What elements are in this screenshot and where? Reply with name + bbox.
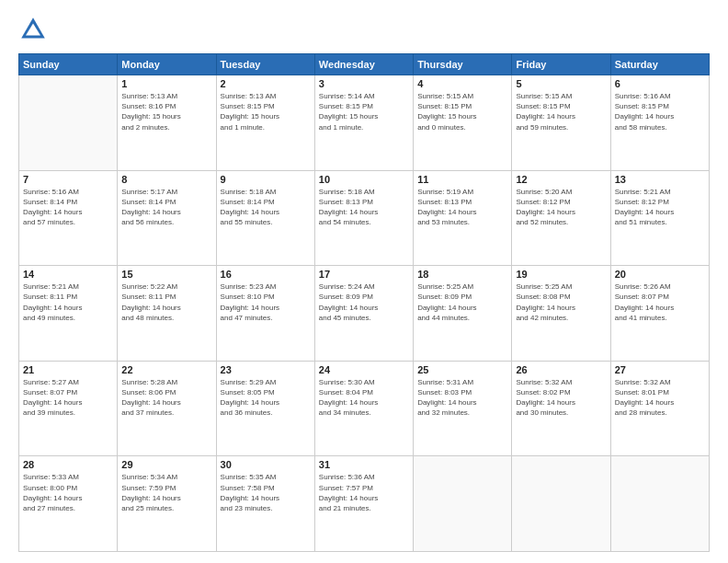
calendar-week-row: 7Sunrise: 5:16 AMSunset: 8:14 PMDaylight… [19, 170, 710, 266]
day-number: 6 [615, 78, 705, 89]
calendar-day-cell [414, 456, 512, 552]
day-number: 19 [516, 269, 606, 280]
day-number: 31 [319, 459, 409, 470]
calendar-day-cell: 1Sunrise: 5:13 AMSunset: 8:16 PMDaylight… [118, 75, 216, 171]
day-info: Sunrise: 5:30 AMSunset: 8:04 PMDaylight:… [319, 377, 409, 419]
day-number: 30 [221, 459, 311, 470]
day-number: 18 [417, 269, 507, 280]
day-info: Sunrise: 5:26 AMSunset: 8:07 PMDaylight:… [615, 282, 705, 323]
calendar-day-cell: 4Sunrise: 5:15 AMSunset: 8:15 PMDaylight… [414, 75, 512, 171]
day-number: 29 [121, 459, 211, 470]
calendar-day-cell: 13Sunrise: 5:21 AMSunset: 8:12 PMDayligh… [610, 170, 709, 266]
day-number: 3 [319, 78, 409, 89]
calendar-table: SundayMondayTuesdayWednesdayThursdayFrid… [18, 53, 710, 552]
calendar-day-cell [19, 75, 118, 171]
day-number: 4 [417, 78, 507, 89]
logo [18, 15, 51, 44]
calendar-day-header: Thursday [414, 54, 512, 75]
day-number: 9 [221, 174, 311, 185]
day-number: 23 [221, 364, 311, 375]
day-number: 1 [121, 78, 211, 89]
calendar-day-cell: 3Sunrise: 5:14 AMSunset: 8:15 PMDaylight… [314, 75, 413, 171]
calendar-day-cell [512, 456, 610, 552]
day-info: Sunrise: 5:17 AMSunset: 8:14 PMDaylight:… [121, 187, 211, 228]
day-number: 2 [221, 78, 311, 89]
calendar-day-cell: 19Sunrise: 5:25 AMSunset: 8:08 PMDayligh… [512, 266, 610, 362]
day-number: 14 [23, 269, 113, 280]
day-info: Sunrise: 5:21 AMSunset: 8:11 PMDaylight:… [23, 282, 113, 323]
day-info: Sunrise: 5:14 AMSunset: 8:15 PMDaylight:… [319, 91, 409, 132]
calendar-day-cell: 2Sunrise: 5:13 AMSunset: 8:15 PMDaylight… [216, 75, 314, 171]
day-info: Sunrise: 5:19 AMSunset: 8:13 PMDaylight:… [417, 187, 507, 228]
day-number: 13 [615, 174, 705, 185]
calendar-day-cell: 28Sunrise: 5:33 AMSunset: 8:00 PMDayligh… [19, 456, 118, 552]
day-info: Sunrise: 5:25 AMSunset: 8:09 PMDaylight:… [417, 282, 507, 323]
calendar-day-cell: 11Sunrise: 5:19 AMSunset: 8:13 PMDayligh… [414, 170, 512, 266]
calendar-week-row: 14Sunrise: 5:21 AMSunset: 8:11 PMDayligh… [19, 266, 710, 362]
calendar-header-row: SundayMondayTuesdayWednesdayThursdayFrid… [19, 54, 710, 75]
calendar-day-cell: 17Sunrise: 5:24 AMSunset: 8:09 PMDayligh… [314, 266, 413, 362]
day-info: Sunrise: 5:32 AMSunset: 8:01 PMDaylight:… [615, 377, 705, 419]
day-number: 11 [417, 174, 507, 185]
day-info: Sunrise: 5:24 AMSunset: 8:09 PMDaylight:… [319, 282, 409, 323]
calendar-day-cell: 21Sunrise: 5:27 AMSunset: 8:07 PMDayligh… [19, 361, 118, 456]
day-info: Sunrise: 5:28 AMSunset: 8:06 PMDaylight:… [121, 377, 211, 419]
day-number: 12 [516, 174, 606, 185]
day-info: Sunrise: 5:29 AMSunset: 8:05 PMDaylight:… [221, 377, 311, 419]
day-info: Sunrise: 5:31 AMSunset: 8:03 PMDaylight:… [417, 377, 507, 419]
day-info: Sunrise: 5:15 AMSunset: 8:15 PMDaylight:… [516, 91, 606, 132]
day-info: Sunrise: 5:20 AMSunset: 8:12 PMDaylight:… [516, 187, 606, 228]
calendar-day-header: Tuesday [216, 54, 314, 75]
day-number: 24 [319, 364, 409, 375]
day-info: Sunrise: 5:35 AMSunset: 7:58 PMDaylight:… [221, 472, 311, 513]
day-info: Sunrise: 5:32 AMSunset: 8:02 PMDaylight:… [516, 377, 606, 419]
day-info: Sunrise: 5:18 AMSunset: 8:14 PMDaylight:… [221, 187, 311, 228]
logo-icon [18, 15, 48, 44]
day-info: Sunrise: 5:33 AMSunset: 8:00 PMDaylight:… [23, 472, 113, 513]
day-info: Sunrise: 5:25 AMSunset: 8:08 PMDaylight:… [516, 282, 606, 323]
day-info: Sunrise: 5:27 AMSunset: 8:07 PMDaylight:… [23, 377, 113, 419]
day-info: Sunrise: 5:34 AMSunset: 7:59 PMDaylight:… [121, 472, 211, 513]
calendar-day-cell: 25Sunrise: 5:31 AMSunset: 8:03 PMDayligh… [414, 361, 512, 456]
day-info: Sunrise: 5:13 AMSunset: 8:15 PMDaylight:… [221, 91, 311, 132]
day-number: 8 [121, 174, 211, 185]
calendar-week-row: 1Sunrise: 5:13 AMSunset: 8:16 PMDaylight… [19, 75, 710, 171]
calendar-day-cell: 24Sunrise: 5:30 AMSunset: 8:04 PMDayligh… [314, 361, 413, 456]
calendar-day-header: Sunday [19, 54, 118, 75]
day-info: Sunrise: 5:22 AMSunset: 8:11 PMDaylight:… [121, 282, 211, 323]
calendar-day-cell: 5Sunrise: 5:15 AMSunset: 8:15 PMDaylight… [512, 75, 610, 171]
day-number: 17 [319, 269, 409, 280]
calendar-day-cell: 29Sunrise: 5:34 AMSunset: 7:59 PMDayligh… [118, 456, 216, 552]
calendar-day-cell: 7Sunrise: 5:16 AMSunset: 8:14 PMDaylight… [19, 170, 118, 266]
calendar-day-cell: 20Sunrise: 5:26 AMSunset: 8:07 PMDayligh… [610, 266, 709, 362]
calendar-day-cell: 26Sunrise: 5:32 AMSunset: 8:02 PMDayligh… [512, 361, 610, 456]
day-info: Sunrise: 5:16 AMSunset: 8:14 PMDaylight:… [23, 187, 113, 228]
calendar-day-cell: 27Sunrise: 5:32 AMSunset: 8:01 PMDayligh… [610, 361, 709, 456]
calendar-day-cell: 15Sunrise: 5:22 AMSunset: 8:11 PMDayligh… [118, 266, 216, 362]
calendar-day-cell: 16Sunrise: 5:23 AMSunset: 8:10 PMDayligh… [216, 266, 314, 362]
day-number: 7 [23, 174, 113, 185]
calendar-day-cell: 23Sunrise: 5:29 AMSunset: 8:05 PMDayligh… [216, 361, 314, 456]
calendar-day-header: Wednesday [314, 54, 413, 75]
day-number: 21 [23, 364, 113, 375]
header [18, 15, 710, 44]
day-info: Sunrise: 5:36 AMSunset: 7:57 PMDaylight:… [319, 472, 409, 513]
day-number: 26 [516, 364, 606, 375]
calendar-week-row: 28Sunrise: 5:33 AMSunset: 8:00 PMDayligh… [19, 456, 710, 552]
calendar-day-header: Monday [118, 54, 216, 75]
day-number: 20 [615, 269, 705, 280]
calendar-week-row: 21Sunrise: 5:27 AMSunset: 8:07 PMDayligh… [19, 361, 710, 456]
day-number: 16 [221, 269, 311, 280]
calendar-day-header: Friday [512, 54, 610, 75]
day-number: 28 [23, 459, 113, 470]
calendar-day-cell: 12Sunrise: 5:20 AMSunset: 8:12 PMDayligh… [512, 170, 610, 266]
calendar-day-cell: 10Sunrise: 5:18 AMSunset: 8:13 PMDayligh… [314, 170, 413, 266]
day-info: Sunrise: 5:21 AMSunset: 8:12 PMDaylight:… [615, 187, 705, 228]
calendar-day-cell: 9Sunrise: 5:18 AMSunset: 8:14 PMDaylight… [216, 170, 314, 266]
day-info: Sunrise: 5:16 AMSunset: 8:15 PMDaylight:… [615, 91, 705, 132]
page: SundayMondayTuesdayWednesdayThursdayFrid… [0, 0, 728, 563]
calendar-day-cell: 14Sunrise: 5:21 AMSunset: 8:11 PMDayligh… [19, 266, 118, 362]
day-number: 27 [615, 364, 705, 375]
day-info: Sunrise: 5:13 AMSunset: 8:16 PMDaylight:… [121, 91, 211, 132]
day-number: 22 [121, 364, 211, 375]
